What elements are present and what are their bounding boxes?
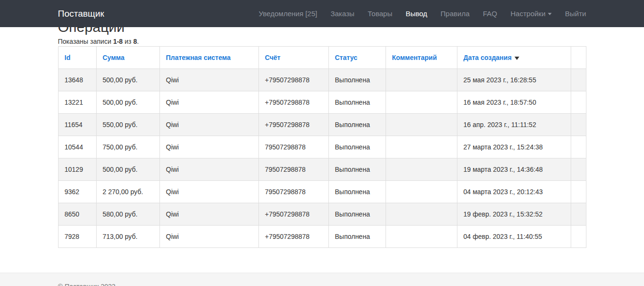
- nav-item-withdrawals: Вывод: [399, 10, 434, 18]
- brand-link[interactable]: Поставщик: [58, 9, 104, 19]
- nav-link-products[interactable]: Товары: [368, 10, 393, 18]
- sort-link-account[interactable]: Счёт: [265, 54, 281, 61]
- cell-amount: 2 270,00 руб.: [96, 181, 159, 203]
- cell-actions: [571, 226, 586, 248]
- cell-id: 10129: [58, 158, 96, 181]
- cell-status: Выполнена: [328, 136, 386, 158]
- cell-actions: [571, 181, 586, 203]
- cell-account: +79507298878: [258, 69, 328, 91]
- table-row: 93622 270,00 руб.Qiwi79507298878Выполнен…: [58, 181, 586, 203]
- cell-amount: 500,00 руб.: [96, 91, 159, 114]
- cell-actions: [571, 69, 586, 91]
- cell-account: +79507298878: [258, 203, 328, 226]
- nav-link-withdrawals[interactable]: Вывод: [406, 10, 427, 18]
- cell-amount: 500,00 руб.: [96, 158, 159, 181]
- cell-account: 79507298878: [258, 158, 328, 181]
- main-content: Операции Показаны записи 1-8 из 8. IdСум…: [58, 0, 586, 248]
- cell-payment-system: Qiwi: [159, 114, 258, 136]
- cell-amount: 580,00 руб.: [96, 203, 159, 226]
- nav-item-settings: Настройки: [504, 10, 559, 18]
- nav-link-rules[interactable]: Правила: [441, 10, 470, 18]
- table-row: 7928713,00 руб.Qiwi+79507298878Выполнена…: [58, 226, 586, 248]
- cell-created-at: 27 марта 2023 г., 15:24:38: [457, 136, 571, 158]
- page-footer: © Поставщик 2023: [0, 273, 644, 286]
- cell-comment: [386, 226, 457, 248]
- table-row: 13648500,00 руб.Qiwi+79507298878Выполнен…: [58, 69, 586, 91]
- table-row: 13221500,00 руб.Qiwi+79507298878Выполнен…: [58, 91, 586, 114]
- cell-created-at: 19 марта 2023 г., 14:36:48: [457, 158, 571, 181]
- nav-link-logout[interactable]: Выйти: [565, 10, 586, 18]
- summary-prefix: Показаны записи: [58, 38, 111, 45]
- cell-id: 11654: [58, 114, 96, 136]
- cell-account: +79507298878: [258, 91, 328, 114]
- cell-account: +79507298878: [258, 226, 328, 248]
- cell-account: +79507298878: [258, 114, 328, 136]
- cell-payment-system: Qiwi: [159, 158, 258, 181]
- column-header-account: Счёт: [258, 47, 328, 69]
- sort-link-payment-system[interactable]: Платежная система: [166, 54, 231, 61]
- cell-comment: [386, 69, 457, 91]
- cell-payment-system: Qiwi: [159, 69, 258, 91]
- cell-created-at: 16 апр. 2023 г., 11:11:52: [457, 114, 571, 136]
- cell-created-at: 16 мая 2023 г., 18:57:50: [457, 91, 571, 114]
- column-header-created-at: Дата создания: [457, 47, 571, 69]
- cell-comment: [386, 203, 457, 226]
- cell-status: Выполнена: [328, 114, 386, 136]
- cell-comment: [386, 114, 457, 136]
- summary-of: из: [125, 38, 131, 45]
- cell-comment: [386, 136, 457, 158]
- summary-period: .: [137, 38, 139, 45]
- cell-comment: [386, 181, 457, 203]
- column-header-id: Id: [58, 47, 96, 69]
- table-header-row: IdСуммаПлатежная системаСчётСтатусКоммен…: [58, 47, 586, 69]
- cell-payment-system: Qiwi: [159, 226, 258, 248]
- column-header-status: Статус: [328, 47, 386, 69]
- nav-item-orders: Заказы: [324, 10, 361, 18]
- nav-link-faq[interactable]: FAQ: [483, 10, 497, 18]
- cell-status: Выполнена: [328, 203, 386, 226]
- nav-item-faq: FAQ: [476, 10, 504, 18]
- nav-item-logout: Выйти: [558, 10, 586, 18]
- cell-id: 7928: [58, 226, 96, 248]
- sort-link-created-at[interactable]: Дата создания: [464, 54, 512, 61]
- column-header-amount: Сумма: [96, 47, 159, 69]
- sort-link-status[interactable]: Статус: [335, 54, 357, 61]
- cell-id: 8650: [58, 203, 96, 226]
- sort-desc-icon: [515, 57, 519, 60]
- sort-link-amount[interactable]: Сумма: [103, 54, 125, 61]
- cell-comment: [386, 158, 457, 181]
- cell-created-at: 04 февр. 2023 г., 11:40:55: [457, 226, 571, 248]
- cell-status: Выполнена: [328, 91, 386, 114]
- nav-link-orders[interactable]: Заказы: [330, 10, 354, 18]
- chevron-down-icon: [548, 13, 552, 15]
- operations-table: IdСуммаПлатежная системаСчётСтатусКоммен…: [58, 46, 586, 248]
- cell-status: Выполнена: [328, 181, 386, 203]
- cell-id: 13221: [58, 91, 96, 114]
- column-header-actions: [571, 47, 586, 69]
- cell-id: 13648: [58, 69, 96, 91]
- cell-payment-system: Qiwi: [159, 181, 258, 203]
- column-header-payment-system: Платежная система: [159, 47, 258, 69]
- cell-id: 10544: [58, 136, 96, 158]
- nav-link-notifications[interactable]: Уведомления [25]: [258, 10, 317, 18]
- cell-actions: [571, 158, 586, 181]
- main-nav: Уведомления [25]ЗаказыТоварыВыводПравила…: [252, 10, 586, 18]
- cell-payment-system: Qiwi: [159, 136, 258, 158]
- cell-amount: 500,00 руб.: [96, 69, 159, 91]
- nav-link-settings[interactable]: Настройки: [511, 10, 552, 18]
- cell-status: Выполнена: [328, 158, 386, 181]
- nav-item-products: Товары: [361, 10, 399, 18]
- cell-payment-system: Qiwi: [159, 91, 258, 114]
- cell-payment-system: Qiwi: [159, 203, 258, 226]
- cell-account: 79507298878: [258, 181, 328, 203]
- summary-total: 8: [133, 38, 137, 45]
- cell-comment: [386, 91, 457, 114]
- table-row: 10129500,00 руб.Qiwi79507298878Выполнена…: [58, 158, 586, 181]
- nav-item-rules: Правила: [434, 10, 476, 18]
- nav-item-notifications: Уведомления [25]: [252, 10, 324, 18]
- sort-link-comment[interactable]: Комментарий: [392, 54, 437, 61]
- cell-status: Выполнена: [328, 226, 386, 248]
- cell-created-at: 25 мая 2023 г., 16:28:55: [457, 69, 571, 91]
- sort-link-id[interactable]: Id: [65, 54, 70, 61]
- records-summary: Показаны записи 1-8 из 8.: [58, 37, 586, 46]
